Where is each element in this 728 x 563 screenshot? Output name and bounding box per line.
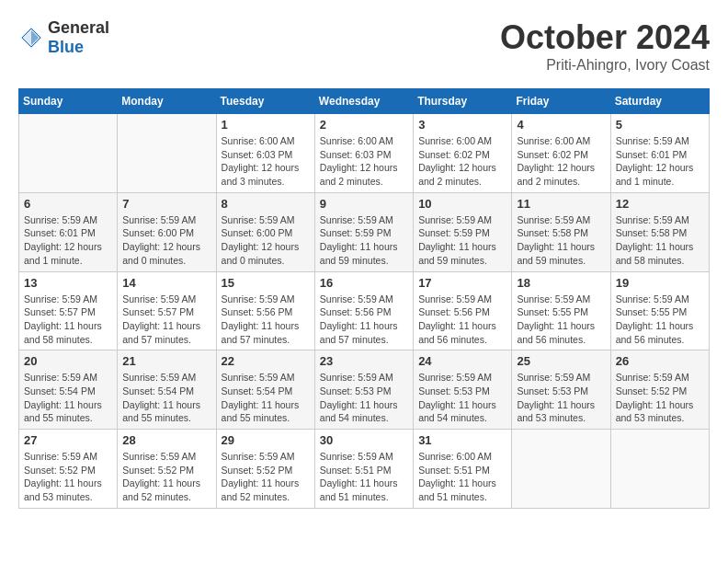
calendar-cell: 6Sunrise: 5:59 AMSunset: 6:01 PMDaylight… (19, 192, 118, 271)
day-number: 20 (24, 354, 112, 368)
day-number: 11 (517, 197, 605, 211)
month-title: October 2024 (500, 18, 710, 57)
day-number: 23 (320, 354, 408, 368)
calendar-cell: 28Sunrise: 5:59 AMSunset: 5:52 PMDayligh… (118, 430, 216, 509)
day-info: Sunrise: 5:59 AMSunset: 5:54 PMDaylight:… (222, 371, 310, 425)
calendar-cell: 4Sunrise: 6:00 AMSunset: 6:02 PMDaylight… (512, 114, 610, 193)
day-number: 24 (418, 354, 506, 368)
day-info: Sunrise: 5:59 AMSunset: 6:00 PMDaylight:… (222, 213, 310, 268)
day-number: 19 (616, 276, 704, 290)
day-info: Sunrise: 5:59 AMSunset: 5:59 PMDaylight:… (418, 213, 506, 268)
logo-text: General Blue (48, 18, 109, 57)
day-info: Sunrise: 5:59 AMSunset: 5:56 PMDaylight:… (222, 293, 310, 347)
calendar-cell: 22Sunrise: 5:59 AMSunset: 5:54 PMDayligh… (216, 350, 314, 430)
day-info: Sunrise: 5:59 AMSunset: 5:57 PMDaylight:… (122, 293, 210, 347)
calendar-cell: 31Sunrise: 6:00 AMSunset: 5:51 PMDayligh… (414, 430, 512, 509)
day-number: 26 (616, 354, 704, 368)
calendar-cell: 25Sunrise: 5:59 AMSunset: 5:53 PMDayligh… (512, 350, 610, 430)
day-info: Sunrise: 5:59 AMSunset: 5:52 PMDaylight:… (122, 450, 210, 504)
calendar-cell: 21Sunrise: 5:59 AMSunset: 5:54 PMDayligh… (118, 350, 216, 430)
day-number: 12 (616, 197, 704, 211)
weekday-header-thursday: Thursday (414, 89, 512, 114)
calendar-cell: 26Sunrise: 5:59 AMSunset: 5:52 PMDayligh… (610, 350, 709, 430)
title-area: October 2024 Priti-Ahingro, Ivory Coast (500, 18, 710, 74)
day-info: Sunrise: 5:59 AMSunset: 5:55 PMDaylight:… (616, 293, 704, 347)
week-row-1: 1Sunrise: 6:00 AMSunset: 6:03 PMDaylight… (19, 114, 710, 193)
location-title: Priti-Ahingro, Ivory Coast (500, 57, 710, 74)
day-number: 6 (24, 197, 112, 211)
calendar-cell: 15Sunrise: 5:59 AMSunset: 5:56 PMDayligh… (216, 271, 314, 350)
logo-blue: Blue (48, 38, 84, 56)
day-number: 22 (222, 354, 310, 368)
weekday-header-tuesday: Tuesday (216, 89, 314, 114)
day-info: Sunrise: 5:59 AMSunset: 5:58 PMDaylight:… (616, 213, 704, 268)
day-info: Sunrise: 6:00 AMSunset: 6:03 PMDaylight:… (222, 134, 310, 189)
calendar-cell: 11Sunrise: 5:59 AMSunset: 5:58 PMDayligh… (512, 192, 610, 271)
logo: General Blue (18, 18, 109, 57)
week-row-2: 6Sunrise: 5:59 AMSunset: 6:01 PMDaylight… (19, 192, 710, 271)
calendar-table: SundayMondayTuesdayWednesdayThursdayFrid… (18, 88, 710, 509)
day-number: 9 (320, 197, 408, 211)
day-number: 21 (122, 354, 210, 368)
day-info: Sunrise: 5:59 AMSunset: 6:00 PMDaylight:… (122, 213, 210, 268)
calendar-cell: 12Sunrise: 5:59 AMSunset: 5:58 PMDayligh… (610, 192, 709, 271)
week-row-5: 27Sunrise: 5:59 AMSunset: 5:52 PMDayligh… (19, 430, 710, 509)
day-info: Sunrise: 5:59 AMSunset: 5:52 PMDaylight:… (24, 450, 112, 504)
calendar-cell: 16Sunrise: 5:59 AMSunset: 5:56 PMDayligh… (314, 271, 413, 350)
calendar-cell: 9Sunrise: 5:59 AMSunset: 5:59 PMDaylight… (314, 192, 413, 271)
weekday-header-friday: Friday (512, 89, 610, 114)
day-number: 4 (517, 118, 605, 132)
day-number: 18 (517, 276, 605, 290)
weekday-header-monday: Monday (118, 89, 216, 114)
day-info: Sunrise: 5:59 AMSunset: 5:53 PMDaylight:… (517, 371, 605, 425)
day-number: 7 (122, 197, 210, 211)
week-row-4: 20Sunrise: 5:59 AMSunset: 5:54 PMDayligh… (19, 350, 710, 430)
day-number: 13 (24, 276, 112, 290)
logo-icon (18, 25, 44, 51)
calendar-cell: 1Sunrise: 6:00 AMSunset: 6:03 PMDaylight… (216, 114, 314, 193)
logo-general: General (48, 18, 109, 37)
day-number: 28 (122, 433, 210, 447)
day-info: Sunrise: 6:00 AMSunset: 6:02 PMDaylight:… (517, 134, 605, 189)
day-number: 30 (320, 433, 408, 447)
day-number: 25 (517, 354, 605, 368)
calendar-cell: 10Sunrise: 5:59 AMSunset: 5:59 PMDayligh… (414, 192, 512, 271)
day-number: 29 (222, 433, 310, 447)
calendar-cell: 27Sunrise: 5:59 AMSunset: 5:52 PMDayligh… (19, 430, 118, 509)
day-number: 14 (122, 276, 210, 290)
day-number: 31 (418, 433, 506, 447)
calendar-cell: 30Sunrise: 5:59 AMSunset: 5:51 PMDayligh… (314, 430, 413, 509)
day-info: Sunrise: 5:59 AMSunset: 5:53 PMDaylight:… (418, 371, 506, 425)
calendar-cell (19, 114, 118, 193)
calendar-cell: 23Sunrise: 5:59 AMSunset: 5:53 PMDayligh… (314, 350, 413, 430)
calendar-cell (512, 430, 610, 509)
day-info: Sunrise: 5:59 AMSunset: 5:51 PMDaylight:… (320, 450, 408, 504)
day-info: Sunrise: 5:59 AMSunset: 5:56 PMDaylight:… (418, 293, 506, 347)
day-number: 15 (222, 276, 310, 290)
weekday-header-wednesday: Wednesday (314, 89, 413, 114)
weekday-header-sunday: Sunday (19, 89, 118, 114)
day-number: 2 (320, 118, 408, 132)
day-info: Sunrise: 5:59 AMSunset: 5:56 PMDaylight:… (320, 293, 408, 347)
day-number: 5 (616, 118, 704, 132)
calendar-cell: 5Sunrise: 5:59 AMSunset: 6:01 PMDaylight… (610, 114, 709, 193)
calendar-cell: 17Sunrise: 5:59 AMSunset: 5:56 PMDayligh… (414, 271, 512, 350)
day-number: 3 (418, 118, 506, 132)
calendar-cell: 18Sunrise: 5:59 AMSunset: 5:55 PMDayligh… (512, 271, 610, 350)
day-info: Sunrise: 6:00 AMSunset: 6:02 PMDaylight:… (418, 134, 506, 189)
day-info: Sunrise: 6:00 AMSunset: 5:51 PMDaylight:… (418, 450, 506, 504)
day-number: 1 (222, 118, 310, 132)
day-info: Sunrise: 5:59 AMSunset: 5:59 PMDaylight:… (320, 213, 408, 268)
day-info: Sunrise: 6:00 AMSunset: 6:03 PMDaylight:… (320, 134, 408, 189)
calendar-cell: 8Sunrise: 5:59 AMSunset: 6:00 PMDaylight… (216, 192, 314, 271)
day-number: 8 (222, 197, 310, 211)
calendar-cell: 19Sunrise: 5:59 AMSunset: 5:55 PMDayligh… (610, 271, 709, 350)
day-info: Sunrise: 5:59 AMSunset: 5:55 PMDaylight:… (517, 293, 605, 347)
day-number: 16 (320, 276, 408, 290)
day-info: Sunrise: 5:59 AMSunset: 5:54 PMDaylight:… (122, 371, 210, 425)
day-info: Sunrise: 5:59 AMSunset: 5:57 PMDaylight:… (24, 293, 112, 347)
day-info: Sunrise: 5:59 AMSunset: 5:53 PMDaylight:… (320, 371, 408, 425)
calendar-cell: 24Sunrise: 5:59 AMSunset: 5:53 PMDayligh… (414, 350, 512, 430)
weekday-header-row: SundayMondayTuesdayWednesdayThursdayFrid… (19, 89, 710, 114)
calendar-cell: 29Sunrise: 5:59 AMSunset: 5:52 PMDayligh… (216, 430, 314, 509)
